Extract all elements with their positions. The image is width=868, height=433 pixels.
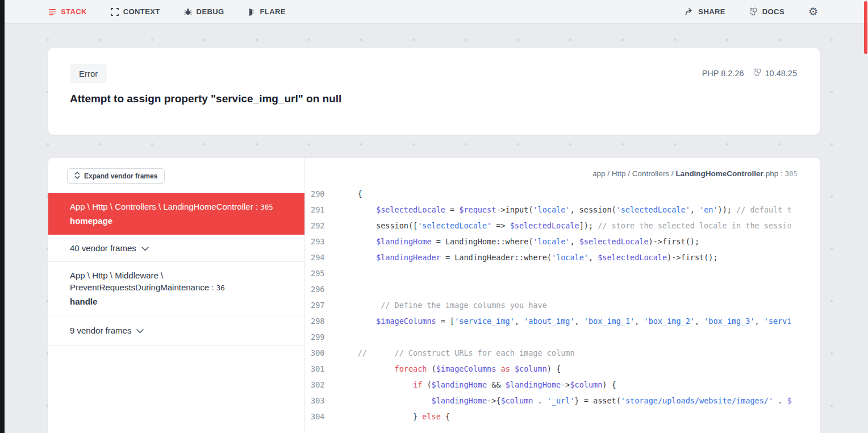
frame-method: handle: [70, 297, 283, 306]
line-number: 294: [311, 253, 333, 262]
code-file-name: LandingHomeController: [675, 169, 763, 178]
code-file-line: 305: [784, 169, 798, 178]
vendor-group-label: 40 vendor frames: [70, 243, 136, 253]
flare-icon: [248, 8, 256, 16]
stack-icon: [48, 8, 56, 16]
share-label: SHARE: [698, 7, 725, 16]
code-line: 302 if ($landingHome && $landingHome->$c…: [305, 377, 820, 393]
code-line: 295: [305, 265, 820, 281]
code-line: 290 {: [305, 186, 820, 202]
line-number: 300: [311, 348, 333, 357]
frame-line-number: 36: [216, 284, 225, 292]
share-button[interactable]: SHARE: [685, 7, 725, 16]
line-number: 302: [311, 380, 333, 389]
line-number: 303: [311, 396, 333, 405]
settings-gear-icon[interactable]: ⚙: [808, 6, 818, 17]
code-lines: 290 {291 $selectedLocale = $request->inp…: [305, 186, 820, 424]
frame-path: App \ Http \ Middleware \ PreventRequest…: [70, 269, 283, 294]
expand-vendor-frames-button[interactable]: Expand vendor frames: [67, 168, 165, 184]
line-number: 299: [311, 332, 333, 342]
code-line: 294 $landingHeader = LandingHeader::wher…: [305, 249, 820, 265]
page-scrollbar[interactable]: [863, 0, 868, 433]
stack-frame-active[interactable]: App \ Http \ Controllers \ LandingHomeCo…: [48, 193, 304, 235]
frame-method: homepage: [70, 216, 283, 226]
tab-debug[interactable]: DEBUG: [184, 7, 224, 16]
vendor-frames-group-1[interactable]: 40 vendor frames: [48, 235, 304, 262]
frame-line-number: 305: [260, 203, 273, 211]
php-version: PHP 8.2.26: [702, 69, 744, 78]
stack-trace-card: Expand vendor frames App \ Http \ Contro…: [48, 158, 820, 433]
error-card: Error PHP 8.2.26 10.48.25 Attempt to ass…: [48, 48, 820, 135]
top-navbar: STACK CONTEXT DEBUG FLARE SHARE: [5, 0, 868, 24]
bug-icon: [184, 8, 192, 16]
code-line: 293 $landingHome = LandingHome::where('l…: [305, 234, 820, 249]
line-number: 301: [311, 364, 333, 373]
code-line: 303 $landingHome->{$column . '_url'} = a…: [305, 393, 820, 409]
context-icon: [111, 8, 119, 16]
code-line: 296: [305, 281, 820, 297]
tab-context-label: CONTEXT: [123, 7, 160, 16]
unfold-icon: [74, 172, 80, 181]
error-type-badge: Error: [70, 64, 107, 83]
vendor-group-label: 9 vendor frames: [70, 326, 131, 335]
code-viewer: app / Http / Controllers / LandingHomeCo…: [305, 158, 820, 433]
line-number: 304: [311, 412, 333, 421]
laravel-icon: [753, 68, 762, 78]
share-icon: [685, 8, 694, 15]
code-line: 304 } else {: [305, 409, 820, 424]
stack-frames-sidebar: Expand vendor frames App \ Http \ Contro…: [48, 158, 305, 433]
error-message-title: Attempt to assign property "service_img_…: [70, 93, 786, 105]
chevron-down-icon: [136, 326, 144, 335]
nav-tabs: STACK CONTEXT DEBUG FLARE: [48, 7, 286, 16]
tab-stack-label: STACK: [61, 7, 87, 16]
line-number: 296: [311, 285, 333, 294]
tab-stack[interactable]: STACK: [48, 7, 87, 16]
frames-header: Expand vendor frames: [48, 158, 304, 193]
frame-path: App \ Http \ Controllers \ LandingHomeCo…: [70, 201, 283, 213]
chevron-down-icon: [141, 243, 149, 253]
code-file-path: app / Http / Controllers / LandingHomeCo…: [305, 169, 820, 178]
line-number: 297: [311, 301, 333, 310]
laravel-icon: [749, 7, 758, 16]
tab-flare[interactable]: FLARE: [248, 7, 286, 16]
docs-button[interactable]: DOCS: [749, 7, 784, 16]
tab-debug-label: DEBUG: [197, 7, 224, 16]
line-number: 292: [311, 221, 333, 230]
code-line: 291 $selectedLocale = $request->input('l…: [305, 202, 820, 218]
code-line: 301 foreach ($imageColumns as $column) {: [305, 361, 820, 377]
docs-label: DOCS: [762, 7, 784, 16]
window-left-edge: [0, 0, 5, 433]
nav-actions: SHARE DOCS ⚙: [685, 6, 818, 17]
line-number: 291: [311, 205, 333, 214]
code-line: 300 // // Construct URLs for each image …: [305, 345, 820, 361]
expand-vendor-frames-label: Expand vendor frames: [84, 172, 157, 180]
code-line: 292 session(['selectedLocale' => $select…: [305, 218, 820, 234]
code-line: 297 // Define the image columns you have: [305, 297, 820, 313]
stack-frame-middleware[interactable]: App \ Http \ Middleware \ PreventRequest…: [48, 262, 304, 315]
scrollbar-thumb[interactable]: [864, 1, 867, 54]
runtime-versions: PHP 8.2.26 10.48.25: [702, 68, 797, 78]
line-number: 295: [311, 269, 333, 278]
code-line: 299: [305, 329, 820, 345]
line-number: 293: [311, 237, 333, 246]
tab-flare-label: FLARE: [260, 7, 286, 16]
laravel-version: 10.48.25: [765, 69, 797, 78]
line-number: 298: [311, 317, 333, 326]
vendor-frames-group-2[interactable]: 9 vendor frames: [48, 315, 304, 346]
tab-context[interactable]: CONTEXT: [111, 7, 160, 16]
laravel-version-item: 10.48.25: [753, 68, 797, 78]
code-line: 298 $imageColumns = ['service_img', 'abo…: [305, 313, 820, 329]
line-number: 290: [311, 189, 333, 198]
